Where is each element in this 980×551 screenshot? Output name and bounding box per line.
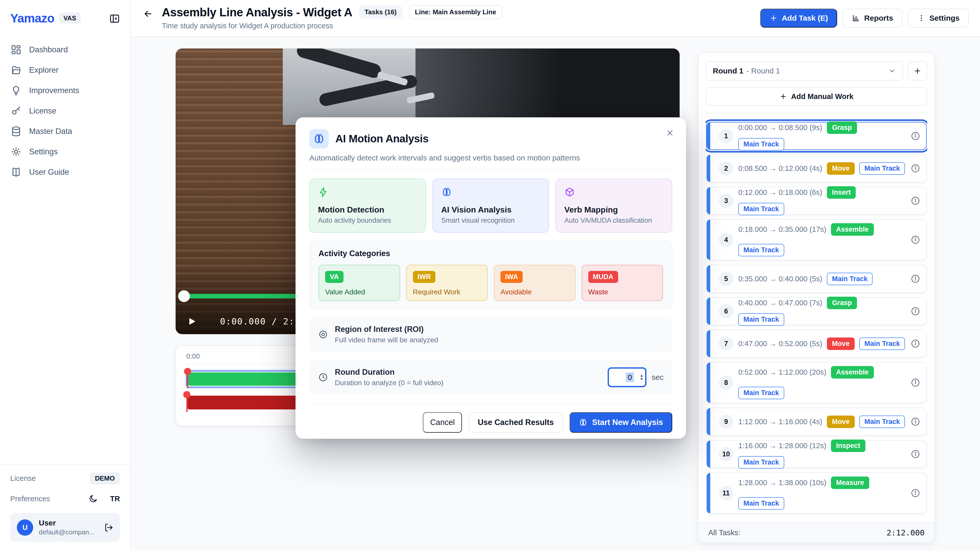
info-icon[interactable]	[910, 274, 921, 284]
info-icon[interactable]	[910, 235, 921, 245]
brain-icon	[441, 187, 452, 197]
dark-mode-toggle[interactable]	[89, 494, 98, 503]
verb-badge[interactable]: Move	[827, 162, 855, 175]
settings-button[interactable]: Settings	[908, 9, 969, 27]
add-round-button[interactable]	[908, 61, 927, 81]
verb-badge[interactable]: Move	[827, 416, 855, 428]
track-chip[interactable]: Main Track	[859, 338, 905, 350]
language-toggle[interactable]: TR	[110, 495, 120, 503]
track-chip[interactable]: Main Track	[738, 203, 784, 215]
task-row-1[interactable]: 1 0:00.000 → 0:08.500 (9s) Grasp Main Tr…	[706, 122, 927, 150]
info-icon[interactable]	[910, 449, 921, 459]
feature-card-ai-vision: AI Vision Analysis Smart visual recognit…	[433, 179, 549, 233]
sidebar-item-label: User Guide	[29, 168, 69, 177]
task-row-11[interactable]: 11 1:28.000 → 1:38.000 (10s) Measure Mai…	[706, 472, 927, 514]
category-code-badge: VA	[325, 271, 344, 283]
brand-badge: VAS	[59, 13, 81, 24]
task-row-10[interactable]: 10 1:16.000 → 1:28.000 (12s) Inspect Mai…	[706, 440, 927, 468]
task-row-7[interactable]: 7 0:47.000 → 0:52.000 (5s) Move Main Tra…	[706, 330, 927, 358]
spinner-arrows-icon[interactable]: ▴▾	[641, 374, 643, 381]
avatar: U	[17, 519, 33, 536]
track-chip[interactable]: Main Track	[738, 244, 784, 256]
license-row: License DEMO	[10, 472, 120, 484]
category-label: Value Added	[325, 288, 393, 296]
timeline-playhead-dot[interactable]	[184, 368, 191, 375]
track-chip[interactable]: Main Track	[738, 387, 784, 399]
add-task-button[interactable]: Add Task (E)	[760, 9, 837, 27]
verb-badge[interactable]: Assemble	[831, 223, 874, 236]
task-number: 3	[719, 194, 733, 208]
start-new-analysis-button[interactable]: Start New Analysis	[570, 412, 672, 433]
back-button[interactable]	[143, 9, 153, 30]
task-row-3[interactable]: 3 0:12.000 → 0:18.000 (6s) Insert Main T…	[706, 187, 927, 215]
task-row-9[interactable]: 9 1:12.000 → 1:16.000 (4s) Move Main Tra…	[706, 408, 927, 436]
track-chip[interactable]: Main Track	[738, 497, 784, 510]
play-button[interactable]	[187, 316, 197, 327]
task-number: 4	[719, 233, 733, 247]
moon-icon	[89, 494, 98, 503]
track-chip[interactable]: Main Track	[827, 273, 873, 285]
track-chip[interactable]: Main Track	[738, 456, 784, 468]
timeline-playhead-dot[interactable]	[183, 391, 190, 398]
task-row-2[interactable]: 2 0:08.500 → 0:12.000 (4s) Move Main Tra…	[706, 154, 927, 183]
logout-icon[interactable]	[104, 523, 113, 532]
track-chip[interactable]: Main Track	[738, 138, 784, 151]
use-cached-results-button[interactable]: Use Cached Results	[469, 412, 563, 433]
info-icon[interactable]	[910, 488, 921, 498]
task-accent	[707, 122, 710, 149]
reports-button[interactable]: Reports	[843, 9, 902, 27]
sidebar-item-improvements[interactable]: Improvements	[0, 80, 130, 101]
tasks-panel: Round 1 - Round 1 Add Manual Work 1 0:00…	[698, 52, 935, 543]
sidebar-item-explorer[interactable]: Explorer	[0, 60, 130, 80]
timeline-segment[interactable]	[188, 372, 310, 386]
database-icon	[11, 126, 21, 137]
verb-badge[interactable]: Move	[827, 338, 855, 350]
verb-badge[interactable]: Assemble	[831, 366, 874, 379]
info-icon[interactable]	[910, 306, 921, 316]
ai-motion-analysis-modal: AI Motion Analysis Automatically detect …	[296, 118, 686, 439]
sidebar-collapse-icon[interactable]	[109, 13, 120, 24]
task-row-6[interactable]: 6 0:40.000 → 0:47.000 (7s) Grasp Main Tr…	[706, 297, 927, 325]
plus-icon	[913, 67, 921, 75]
track-chip[interactable]: Main Track	[859, 416, 905, 428]
track-chip[interactable]: Main Track	[738, 313, 784, 326]
verb-badge[interactable]: Grasp	[827, 121, 857, 134]
info-icon[interactable]	[910, 416, 921, 427]
user-card[interactable]: U User default@compan...	[10, 513, 120, 542]
activity-categories-section: Activity Categories VA Value Added IWR R…	[309, 241, 672, 309]
round-duration-input[interactable]: 0 ▴▾	[608, 367, 646, 387]
verb-badge[interactable]: Grasp	[827, 297, 857, 309]
video-playhead[interactable]	[178, 290, 190, 302]
plus-icon	[770, 14, 778, 22]
line-badge: Line: Main Assembly Line	[409, 5, 502, 19]
sidebar-item-license[interactable]: License	[0, 101, 130, 121]
task-time: 1:28.000 → 1:38.000 (10s)	[738, 478, 826, 487]
info-icon[interactable]	[910, 378, 921, 388]
verb-badge[interactable]: Inspect	[831, 440, 865, 452]
task-row-4[interactable]: 4 0:18.000 → 0:35.000 (17s) Assemble Mai…	[706, 219, 927, 260]
sidebar-item-dashboard[interactable]: Dashboard	[0, 40, 130, 60]
task-row-8[interactable]: 8 0:52.000 → 1:12.000 (20s) Assemble Mai…	[706, 362, 927, 403]
sidebar-item-settings[interactable]: Settings	[0, 141, 130, 162]
task-accent	[707, 220, 710, 260]
info-icon[interactable]	[910, 163, 921, 173]
category-label: Waste	[588, 288, 657, 296]
chevron-down-icon	[888, 67, 896, 75]
round-duration-section: Round Duration Duration to analyze (0 = …	[309, 360, 672, 395]
task-number: 7	[719, 337, 733, 351]
sidebar-item-label: Improvements	[29, 86, 79, 95]
info-icon[interactable]	[910, 196, 921, 206]
info-icon[interactable]	[910, 338, 921, 349]
cancel-button[interactable]: Cancel	[423, 412, 462, 433]
info-icon[interactable]	[910, 131, 921, 141]
add-manual-work-button[interactable]: Add Manual Work	[706, 87, 927, 106]
verb-badge[interactable]: Insert	[827, 186, 856, 199]
all-tasks-total: 2:12.000	[886, 528, 924, 537]
track-chip[interactable]: Main Track	[859, 162, 905, 175]
sidebar-item-master-data[interactable]: Master Data	[0, 121, 130, 141]
close-icon[interactable]	[666, 129, 674, 137]
verb-badge[interactable]: Measure	[831, 476, 869, 489]
task-row-5[interactable]: 5 0:35.000 → 0:40.000 (5s) Main Track	[706, 265, 927, 293]
sidebar-item-user-guide[interactable]: User Guide	[0, 162, 130, 183]
round-selector[interactable]: Round 1 - Round 1	[706, 61, 903, 81]
